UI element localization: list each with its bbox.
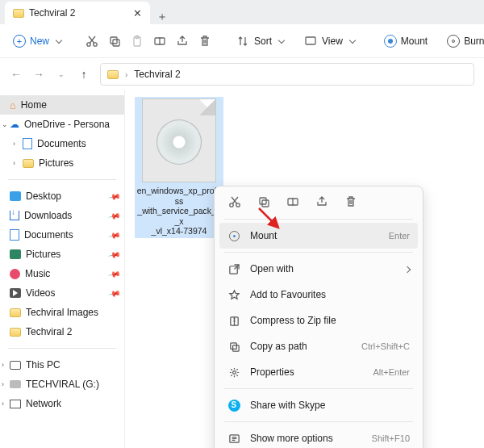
folder-icon (10, 308, 21, 317)
view-label: View (322, 36, 343, 47)
view-button[interactable]: View (298, 31, 360, 52)
pc-icon (10, 361, 21, 370)
svg-rect-16 (232, 345, 239, 351)
mount-icon (384, 35, 397, 48)
expand-icon[interactable]: › (13, 140, 15, 148)
sidebar-item-downloads[interactable]: Downloads 📌 (0, 206, 124, 225)
delete-icon[interactable] (344, 195, 358, 209)
sidebar-item-this-pc[interactable]: › This PC (0, 355, 124, 375)
navigation-pane: ⌂ Home ⌄ ☁ OneDrive - Persona › Document… (0, 90, 125, 448)
context-item-open-with[interactable]: Open with (219, 256, 418, 282)
history-chevron-icon[interactable]: ⌄ (55, 70, 68, 78)
share-icon[interactable] (315, 195, 329, 209)
sidebar-item-pictures[interactable]: Pictures 📌 (0, 245, 124, 264)
menu-label: Copy as path (250, 341, 307, 352)
sort-button[interactable]: Sort (231, 31, 289, 52)
svg-rect-10 (260, 198, 266, 204)
burn-icon (447, 35, 460, 48)
file-item-iso[interactable]: en_windows_xp_profess _with_service_pack… (135, 97, 223, 238)
sidebar-label: Pictures (26, 249, 60, 260)
sidebar-label: Techviral Images (26, 307, 98, 318)
sidebar-item-network[interactable]: › Network (0, 394, 124, 413)
new-tab-button[interactable]: ＋ (150, 10, 174, 24)
svg-rect-2 (111, 37, 117, 44)
copy-icon[interactable] (108, 34, 121, 48)
copy-path-icon (227, 340, 240, 353)
paste-icon[interactable] (131, 34, 144, 48)
drive-icon (10, 380, 21, 388)
context-item-skype[interactable]: Share with Skype (219, 392, 418, 418)
context-item-compress[interactable]: Compress to Zip file (219, 308, 418, 333)
burn-label: Burn (464, 36, 484, 47)
back-button[interactable]: ← (10, 68, 23, 81)
cut-icon[interactable] (86, 34, 98, 48)
properties-icon (227, 366, 240, 379)
sidebar-item-techviral-2[interactable]: Techviral 2 (0, 322, 124, 341)
sidebar-item-documents[interactable]: Documents 📌 (0, 225, 124, 245)
context-item-favourites[interactable]: Add to Favourites (219, 282, 418, 308)
menu-label: Open with (250, 263, 294, 274)
expand-icon[interactable]: ⌄ (2, 120, 8, 128)
active-tab[interactable]: Techviral 2 ✕ (5, 2, 150, 24)
toolbar: + New Sort View Mount Burn (0, 24, 484, 58)
rename-icon[interactable] (153, 34, 166, 48)
svg-rect-15 (230, 342, 236, 349)
expand-icon[interactable]: › (2, 400, 4, 408)
sidebar-item-onedrive[interactable]: ⌄ ☁ OneDrive - Persona (0, 115, 124, 134)
menu-label: Compress to Zip file (250, 315, 336, 326)
menu-label: Add to Favourites (250, 289, 326, 300)
pictures-icon (10, 249, 21, 259)
folder-icon (23, 159, 34, 168)
sidebar-item-desktop[interactable]: Desktop 📌 (0, 186, 124, 206)
context-item-copy-path[interactable]: Copy as path Ctrl+Shift+C (219, 333, 418, 359)
plus-icon: + (13, 35, 26, 48)
separator (224, 421, 413, 422)
expand-icon[interactable]: › (13, 159, 15, 167)
document-icon (10, 229, 19, 241)
separator (224, 388, 413, 389)
svg-point-1 (94, 42, 97, 45)
chevron-down-icon (276, 36, 284, 47)
context-item-more-options[interactable]: Show more options Shift+F10 (219, 425, 418, 448)
new-button[interactable]: + New (8, 31, 66, 51)
up-button[interactable]: ↑ (77, 68, 90, 81)
annotation-arrow (256, 205, 288, 240)
more-options-icon (227, 432, 240, 445)
folder-icon (10, 328, 21, 337)
pin-icon: 📌 (108, 190, 121, 203)
chevron-right-icon: › (125, 70, 127, 79)
separator (8, 179, 116, 180)
sidebar-label: Downloads (24, 210, 72, 221)
mount-button[interactable]: Mount (379, 31, 432, 51)
separator (224, 219, 413, 220)
network-icon (10, 400, 21, 408)
music-icon (10, 269, 20, 279)
delete-icon[interactable] (198, 34, 211, 48)
cloud-icon: ☁ (10, 119, 19, 130)
context-item-properties[interactable]: Properties Alt+Enter (219, 359, 418, 385)
sidebar-item-od-documents[interactable]: › Documents (0, 134, 124, 153)
sidebar-item-od-pictures[interactable]: › Pictures (0, 153, 124, 173)
home-icon: ⌂ (10, 99, 16, 111)
context-item-mount[interactable]: Mount Enter (219, 223, 418, 249)
folder-icon (13, 9, 24, 18)
sidebar-item-home[interactable]: ⌂ Home (0, 95, 124, 115)
breadcrumb-current[interactable]: Techviral 2 (134, 69, 180, 80)
burn-button[interactable]: Burn (442, 31, 484, 51)
forward-button[interactable]: → (32, 68, 45, 81)
sidebar-label: Home (21, 99, 47, 111)
share-icon[interactable] (176, 34, 189, 48)
sidebar-item-techviral-images[interactable]: Techviral Images (0, 303, 124, 322)
address-bar[interactable]: › Techviral 2 (100, 63, 474, 86)
sidebar-item-music[interactable]: Music 📌 (0, 264, 124, 283)
sidebar-item-drive[interactable]: › TECHVIRAL (G:) (0, 375, 124, 394)
folder-icon (107, 70, 119, 79)
chevron-down-icon (347, 36, 355, 47)
open-with-icon (227, 262, 240, 275)
cut-icon[interactable] (227, 195, 242, 209)
tab-title: Techviral 2 (29, 7, 75, 19)
expand-icon[interactable]: › (2, 361, 4, 369)
sidebar-item-videos[interactable]: Videos 📌 (0, 283, 124, 303)
close-tab-icon[interactable]: ✕ (133, 7, 142, 19)
expand-icon[interactable]: › (2, 380, 4, 388)
